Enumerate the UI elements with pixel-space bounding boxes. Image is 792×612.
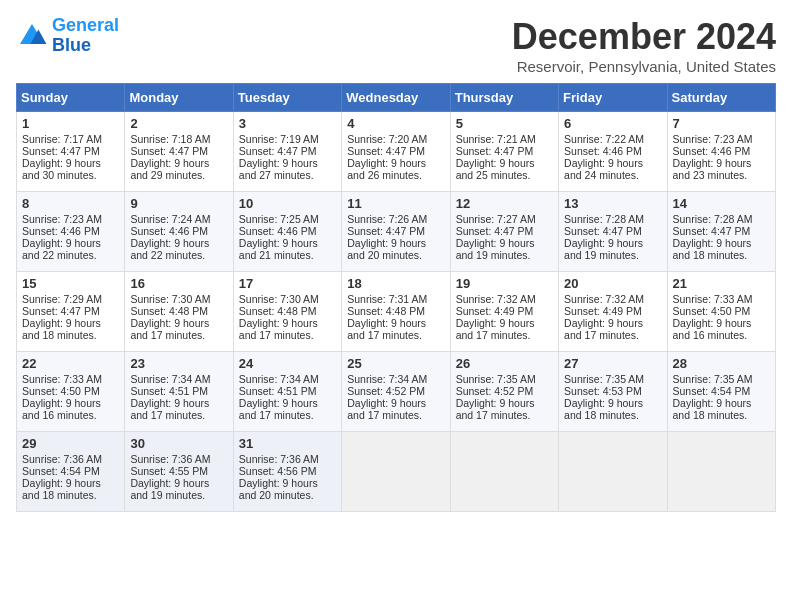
day-info-line: Sunset: 4:49 PM (564, 305, 661, 317)
calendar-cell: 25Sunrise: 7:34 AMSunset: 4:52 PMDayligh… (342, 352, 450, 432)
day-info-line: and 18 minutes. (564, 409, 661, 421)
day-info-line: Sunset: 4:48 PM (347, 305, 444, 317)
day-info-line: Daylight: 9 hours (22, 397, 119, 409)
day-info-line: Daylight: 9 hours (456, 397, 553, 409)
calendar-cell: 29Sunrise: 7:36 AMSunset: 4:54 PMDayligh… (17, 432, 125, 512)
day-number: 9 (130, 196, 227, 211)
day-info-line: Daylight: 9 hours (673, 397, 770, 409)
day-info-line: Sunset: 4:47 PM (239, 145, 336, 157)
day-info-line: Daylight: 9 hours (130, 477, 227, 489)
calendar-cell: 13Sunrise: 7:28 AMSunset: 4:47 PMDayligh… (559, 192, 667, 272)
calendar-cell: 28Sunrise: 7:35 AMSunset: 4:54 PMDayligh… (667, 352, 775, 432)
day-info-line: Sunset: 4:51 PM (130, 385, 227, 397)
day-info-line: Daylight: 9 hours (130, 237, 227, 249)
day-info-line: and 30 minutes. (22, 169, 119, 181)
day-info-line: Daylight: 9 hours (22, 157, 119, 169)
day-info-line: Daylight: 9 hours (130, 317, 227, 329)
day-info-line: Sunrise: 7:20 AM (347, 133, 444, 145)
day-info-line: and 21 minutes. (239, 249, 336, 261)
day-info-line: Sunset: 4:52 PM (347, 385, 444, 397)
header-saturday: Saturday (667, 84, 775, 112)
day-info-line: Daylight: 9 hours (22, 317, 119, 329)
day-info-line: and 17 minutes. (130, 409, 227, 421)
calendar-cell: 27Sunrise: 7:35 AMSunset: 4:53 PMDayligh… (559, 352, 667, 432)
day-info-line: Sunrise: 7:31 AM (347, 293, 444, 305)
header-tuesday: Tuesday (233, 84, 341, 112)
calendar-cell: 5Sunrise: 7:21 AMSunset: 4:47 PMDaylight… (450, 112, 558, 192)
day-info-line: Sunset: 4:50 PM (673, 305, 770, 317)
day-info-line: Sunset: 4:52 PM (456, 385, 553, 397)
day-info-line: Daylight: 9 hours (22, 477, 119, 489)
day-info-line: and 22 minutes. (22, 249, 119, 261)
day-number: 25 (347, 356, 444, 371)
day-info-line: Sunrise: 7:36 AM (22, 453, 119, 465)
calendar-header-row: SundayMondayTuesdayWednesdayThursdayFrid… (17, 84, 776, 112)
day-info-line: Sunrise: 7:21 AM (456, 133, 553, 145)
day-info-line: Sunset: 4:54 PM (673, 385, 770, 397)
day-info-line: Sunrise: 7:28 AM (564, 213, 661, 225)
calendar-cell: 18Sunrise: 7:31 AMSunset: 4:48 PMDayligh… (342, 272, 450, 352)
month-title: December 2024 (512, 16, 776, 58)
day-number: 14 (673, 196, 770, 211)
day-info-line: Sunrise: 7:23 AM (22, 213, 119, 225)
calendar-cell: 26Sunrise: 7:35 AMSunset: 4:52 PMDayligh… (450, 352, 558, 432)
header-wednesday: Wednesday (342, 84, 450, 112)
day-info-line: Daylight: 9 hours (564, 317, 661, 329)
day-info-line: Sunrise: 7:32 AM (456, 293, 553, 305)
day-info-line: and 19 minutes. (564, 249, 661, 261)
calendar-cell (450, 432, 558, 512)
day-info-line: Sunset: 4:47 PM (130, 145, 227, 157)
day-info-line: Sunrise: 7:17 AM (22, 133, 119, 145)
day-info-line: Sunrise: 7:33 AM (22, 373, 119, 385)
day-info-line: Sunrise: 7:32 AM (564, 293, 661, 305)
day-info-line: and 17 minutes. (456, 409, 553, 421)
header-thursday: Thursday (450, 84, 558, 112)
day-info-line: and 17 minutes. (456, 329, 553, 341)
day-number: 30 (130, 436, 227, 451)
day-number: 13 (564, 196, 661, 211)
calendar-week-row: 1Sunrise: 7:17 AMSunset: 4:47 PMDaylight… (17, 112, 776, 192)
day-number: 22 (22, 356, 119, 371)
calendar-table: SundayMondayTuesdayWednesdayThursdayFrid… (16, 83, 776, 512)
calendar-cell: 6Sunrise: 7:22 AMSunset: 4:46 PMDaylight… (559, 112, 667, 192)
day-number: 10 (239, 196, 336, 211)
day-number: 23 (130, 356, 227, 371)
day-info-line: Sunset: 4:47 PM (564, 225, 661, 237)
logo-icon (16, 20, 48, 52)
calendar-cell: 1Sunrise: 7:17 AMSunset: 4:47 PMDaylight… (17, 112, 125, 192)
day-info-line: Daylight: 9 hours (347, 317, 444, 329)
calendar-week-row: 22Sunrise: 7:33 AMSunset: 4:50 PMDayligh… (17, 352, 776, 432)
day-info-line: and 29 minutes. (130, 169, 227, 181)
calendar-cell: 20Sunrise: 7:32 AMSunset: 4:49 PMDayligh… (559, 272, 667, 352)
day-info-line: Sunset: 4:46 PM (239, 225, 336, 237)
day-number: 3 (239, 116, 336, 131)
day-info-line: and 17 minutes. (239, 409, 336, 421)
day-number: 19 (456, 276, 553, 291)
day-info-line: and 23 minutes. (673, 169, 770, 181)
day-number: 16 (130, 276, 227, 291)
day-info-line: Sunrise: 7:27 AM (456, 213, 553, 225)
day-info-line: and 18 minutes. (673, 249, 770, 261)
calendar-week-row: 29Sunrise: 7:36 AMSunset: 4:54 PMDayligh… (17, 432, 776, 512)
day-info-line: Sunset: 4:47 PM (456, 145, 553, 157)
day-info-line: and 19 minutes. (456, 249, 553, 261)
day-info-line: Daylight: 9 hours (239, 157, 336, 169)
calendar-cell: 12Sunrise: 7:27 AMSunset: 4:47 PMDayligh… (450, 192, 558, 272)
header-sunday: Sunday (17, 84, 125, 112)
calendar-cell: 2Sunrise: 7:18 AMSunset: 4:47 PMDaylight… (125, 112, 233, 192)
calendar-cell: 22Sunrise: 7:33 AMSunset: 4:50 PMDayligh… (17, 352, 125, 432)
calendar-cell: 4Sunrise: 7:20 AMSunset: 4:47 PMDaylight… (342, 112, 450, 192)
day-number: 21 (673, 276, 770, 291)
calendar-cell: 31Sunrise: 7:36 AMSunset: 4:56 PMDayligh… (233, 432, 341, 512)
calendar-cell (559, 432, 667, 512)
day-number: 28 (673, 356, 770, 371)
calendar-cell: 11Sunrise: 7:26 AMSunset: 4:47 PMDayligh… (342, 192, 450, 272)
day-number: 27 (564, 356, 661, 371)
day-info-line: Sunset: 4:47 PM (22, 145, 119, 157)
day-info-line: Sunset: 4:47 PM (347, 225, 444, 237)
day-number: 2 (130, 116, 227, 131)
calendar-cell: 23Sunrise: 7:34 AMSunset: 4:51 PMDayligh… (125, 352, 233, 432)
day-info-line: Daylight: 9 hours (347, 237, 444, 249)
day-info-line: Sunrise: 7:30 AM (239, 293, 336, 305)
day-info-line: Daylight: 9 hours (564, 237, 661, 249)
